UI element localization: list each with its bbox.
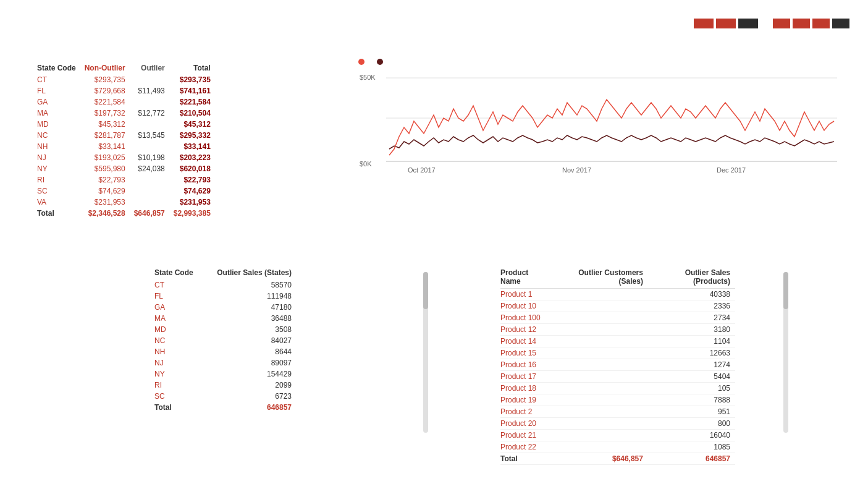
outlier-sales-states-header: Outlier Sales (States) bbox=[205, 266, 297, 279]
table-cell: 951 bbox=[648, 406, 735, 418]
table-cell: RI bbox=[37, 174, 85, 185]
table-row: NY154429 bbox=[154, 368, 297, 380]
table-cell bbox=[555, 383, 648, 394]
quarter-q3-button[interactable] bbox=[812, 19, 830, 28]
chart-svg-container: $50K $0K Oct 2017 Nov 2017 Dec 2017 bbox=[358, 69, 840, 177]
table-row: Product 102336 bbox=[500, 300, 735, 312]
quarter-q4-button[interactable] bbox=[832, 19, 849, 28]
state-sales-table: State Code Non-Outlier Outlier Total CT$… bbox=[37, 62, 219, 219]
table-cell bbox=[555, 406, 648, 418]
scroll-thumb-left[interactable] bbox=[423, 272, 428, 309]
table-cell bbox=[555, 300, 648, 312]
table-cell: 1104 bbox=[648, 336, 735, 347]
total-cell: 646857 bbox=[648, 453, 735, 465]
table-cell: 1274 bbox=[648, 359, 735, 371]
table-cell: RI bbox=[154, 380, 205, 391]
table-cell bbox=[555, 430, 648, 441]
outlier-legend-item bbox=[358, 59, 367, 65]
table-cell: Product 2 bbox=[500, 406, 555, 418]
table-cell: $231,953 bbox=[85, 197, 134, 208]
x-oct-label: Oct 2017 bbox=[408, 166, 436, 174]
table-cell: Product 20 bbox=[500, 418, 555, 430]
total-cell: Total bbox=[154, 402, 205, 413]
table-row: Product 141104 bbox=[500, 336, 735, 347]
scroll-thumb-right[interactable] bbox=[783, 272, 788, 309]
table-cell: NH bbox=[37, 141, 85, 152]
table-cell: Product 21 bbox=[500, 430, 555, 441]
table-cell: NC bbox=[37, 130, 85, 141]
non-outlier-legend-item bbox=[377, 59, 386, 65]
table-cell: 1085 bbox=[648, 441, 735, 453]
table-cell: $210,504 bbox=[174, 108, 219, 119]
table-cell: $10,198 bbox=[134, 152, 174, 163]
table-cell: $293,735 bbox=[85, 74, 134, 85]
table-cell: Product 14 bbox=[500, 336, 555, 347]
bottom-left-scrollbar[interactable] bbox=[423, 272, 428, 433]
table-cell: $22,793 bbox=[85, 174, 134, 185]
table-row: CT58570 bbox=[154, 279, 297, 291]
table-cell bbox=[134, 185, 174, 197]
table-cell: $293,735 bbox=[174, 74, 219, 85]
quarter-q1-button[interactable] bbox=[773, 19, 790, 28]
table-cell: Product 10 bbox=[500, 300, 555, 312]
table-row: NC$281,787$13,545$295,332 bbox=[37, 130, 219, 141]
table-cell: 7888 bbox=[648, 394, 735, 406]
table-row: Product 2951 bbox=[500, 406, 735, 418]
table-cell: $197,732 bbox=[85, 108, 134, 119]
year-2016-button[interactable] bbox=[716, 19, 736, 28]
product-name-header: Product Name bbox=[500, 266, 555, 289]
table-cell bbox=[555, 336, 648, 347]
table-cell: 111948 bbox=[205, 291, 297, 302]
quarter-q2-button[interactable] bbox=[793, 19, 810, 28]
table-row: RI$22,793$22,793 bbox=[37, 174, 219, 185]
table-cell: Product 22 bbox=[500, 441, 555, 453]
table-cell: FL bbox=[154, 291, 205, 302]
table-cell: $33,141 bbox=[174, 141, 219, 152]
table-row: Product 161274 bbox=[500, 359, 735, 371]
table-total-row: Total646857 bbox=[154, 402, 297, 413]
line-chart-svg: $50K $0K Oct 2017 Nov 2017 Dec 2017 bbox=[358, 69, 840, 177]
x-dec-label: Dec 2017 bbox=[717, 166, 746, 174]
table-cell: $741,161 bbox=[174, 85, 219, 96]
table-cell: 2734 bbox=[648, 312, 735, 324]
state-code-header: State Code bbox=[37, 62, 85, 74]
outlier-sales-products-header: Outlier Sales (Products) bbox=[648, 266, 735, 289]
table-cell: 3180 bbox=[648, 324, 735, 336]
table-cell: $203,223 bbox=[174, 152, 219, 163]
outlier-legend-dot bbox=[358, 59, 364, 65]
table-cell: 3508 bbox=[205, 324, 297, 335]
table-cell: $74,629 bbox=[174, 185, 219, 197]
year-2015-button[interactable] bbox=[694, 19, 714, 28]
table-cell: $13,545 bbox=[134, 130, 174, 141]
bottom-right-scrollbar[interactable] bbox=[783, 272, 788, 433]
year-2017-button[interactable] bbox=[738, 19, 758, 28]
table-cell: 12663 bbox=[648, 347, 735, 359]
table-cell: 800 bbox=[648, 418, 735, 430]
table-cell: $221,584 bbox=[85, 96, 134, 108]
table-cell bbox=[555, 289, 648, 300]
state-code-header-2: State Code bbox=[154, 266, 205, 279]
table-row: GA47180 bbox=[154, 302, 297, 313]
outlier-line bbox=[389, 100, 834, 155]
table-total-row: Total$646,857646857 bbox=[500, 453, 735, 465]
table-row: SC6723 bbox=[154, 391, 297, 402]
table-row: MD$45,312$45,312 bbox=[37, 119, 219, 130]
table-cell: $193,025 bbox=[85, 152, 134, 163]
table-cell: 154429 bbox=[205, 368, 297, 380]
table-row: VA$231,953$231,953 bbox=[37, 197, 219, 208]
table-cell: 58570 bbox=[205, 279, 297, 291]
table-cell bbox=[134, 74, 174, 85]
chart-legend bbox=[358, 59, 840, 65]
table-cell: $45,312 bbox=[174, 119, 219, 130]
top-bar bbox=[694, 19, 849, 28]
table-cell bbox=[555, 324, 648, 336]
table-cell: Product 16 bbox=[500, 359, 555, 371]
table-cell: 2099 bbox=[205, 380, 297, 391]
table-cell: SC bbox=[37, 185, 85, 197]
table-cell: 47180 bbox=[205, 302, 297, 313]
table-cell bbox=[555, 347, 648, 359]
table-row: MA$197,732$12,772$210,504 bbox=[37, 108, 219, 119]
table-cell bbox=[555, 418, 648, 430]
table-cell: GA bbox=[154, 302, 205, 313]
table-cell: $620,018 bbox=[174, 163, 219, 174]
